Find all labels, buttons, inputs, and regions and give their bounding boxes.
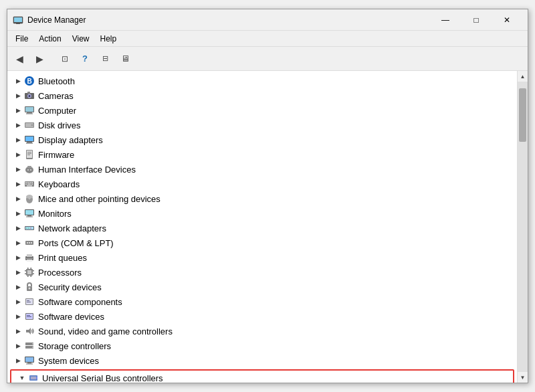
label-mice: Mice and other pointing devices bbox=[38, 194, 160, 204]
tree-item-disk-drives[interactable]: ▶ Disk drives bbox=[7, 118, 517, 132]
help-button[interactable]: ? bbox=[76, 50, 94, 68]
scrollbar[interactable]: ▲ ▼ bbox=[517, 71, 528, 383]
menu-file[interactable]: File bbox=[10, 33, 33, 45]
chevron-storage: ▶ bbox=[13, 340, 23, 351]
properties-button[interactable]: ⊡ bbox=[56, 50, 74, 68]
tree-item-keyboards[interactable]: ▶ Keyboards bbox=[7, 177, 517, 191]
menu-view[interactable]: View bbox=[67, 33, 95, 45]
icon-cameras bbox=[23, 90, 35, 101]
svg-rect-77 bbox=[27, 316, 31, 317]
svg-rect-51 bbox=[27, 242, 28, 243]
label-cameras: Cameras bbox=[38, 91, 74, 101]
svg-rect-85 bbox=[27, 363, 31, 364]
label-processors: Processors bbox=[38, 268, 82, 278]
chevron-network: ▶ bbox=[13, 223, 23, 233]
svg-rect-42 bbox=[25, 210, 33, 215]
label-usb: Universal Serial Bus controllers bbox=[42, 373, 163, 383]
tree-item-software-devices[interactable]: ▶ Software devices bbox=[7, 309, 517, 324]
svg-point-47 bbox=[26, 227, 27, 229]
svg-rect-33 bbox=[31, 182, 33, 183]
svg-rect-17 bbox=[25, 136, 33, 141]
tree-item-computer[interactable]: ▶ Computer bbox=[7, 103, 517, 118]
label-monitors: Monitors bbox=[38, 209, 72, 219]
label-sound: Sound, video and game controllers bbox=[38, 326, 173, 336]
svg-point-28 bbox=[30, 169, 31, 171]
icon-firmware bbox=[23, 149, 35, 160]
tree-item-print-queues[interactable]: ▶ Print queues bbox=[7, 250, 517, 265]
label-print-queues: Print queues bbox=[38, 253, 87, 263]
svg-point-27 bbox=[27, 169, 29, 171]
tree-item-sound[interactable]: ▶ Sound, video and game controllers bbox=[7, 324, 517, 338]
tree-item-cameras[interactable]: ▶ Cameras bbox=[7, 88, 517, 103]
tree-item-firmware[interactable]: ▶ Firmware bbox=[7, 147, 517, 162]
update-button[interactable]: ⊟ bbox=[96, 50, 114, 68]
scroll-thumb[interactable] bbox=[519, 88, 526, 142]
svg-rect-62 bbox=[27, 276, 29, 277]
tree-item-system[interactable]: ▶ System devices bbox=[7, 353, 517, 368]
tree-item-display-adapters[interactable]: ▶ Display adapters bbox=[7, 132, 517, 147]
tree-item-usb[interactable]: ▼ Universal Serial Bus controllers bbox=[11, 371, 513, 383]
chevron-mice: ▶ bbox=[13, 193, 23, 204]
svg-rect-32 bbox=[29, 182, 31, 183]
label-disk-drives: Disk drives bbox=[38, 120, 81, 130]
tree-view[interactable]: ▶ B Bluetooth ▶ Cameras ▶ Computer bbox=[7, 71, 517, 383]
close-button[interactable]: ✕ bbox=[492, 9, 522, 31]
label-bluetooth: Bluetooth bbox=[38, 76, 75, 86]
label-computer: Computer bbox=[38, 106, 76, 116]
svg-rect-31 bbox=[27, 182, 29, 183]
svg-point-7 bbox=[29, 95, 31, 97]
tree-item-bluetooth[interactable]: ▶ B Bluetooth bbox=[7, 74, 517, 88]
usb-highlighted-section: ▼ Universal Serial Bus controllers Intel… bbox=[10, 369, 514, 383]
svg-rect-36 bbox=[31, 184, 33, 185]
svg-rect-35 bbox=[27, 184, 31, 185]
tree-item-storage[interactable]: ▶ Storage controllers bbox=[7, 338, 517, 353]
icon-disk-drives bbox=[23, 120, 35, 130]
chevron-ports: ▶ bbox=[13, 237, 23, 248]
svg-point-15 bbox=[31, 124, 33, 126]
svg-rect-53 bbox=[31, 242, 32, 243]
device-manager-window: Device Manager — □ ✕ File Action View He… bbox=[7, 9, 528, 383]
icon-software-devices bbox=[23, 311, 35, 322]
scroll-down-arrow[interactable]: ▼ bbox=[518, 372, 528, 383]
minimize-button[interactable]: — bbox=[430, 9, 461, 31]
svg-rect-30 bbox=[25, 182, 27, 183]
svg-rect-65 bbox=[25, 274, 26, 275]
tree-item-security[interactable]: ▶ Security devices bbox=[7, 280, 517, 294]
icon-hid bbox=[23, 164, 35, 175]
chevron-cameras: ▶ bbox=[13, 90, 23, 101]
tree-item-network[interactable]: ▶ Network adapters bbox=[7, 221, 517, 235]
app-icon bbox=[13, 15, 23, 25]
label-display-adapters: Display adapters bbox=[38, 135, 103, 145]
tree-item-monitors[interactable]: ▶ Monitors bbox=[7, 206, 517, 221]
tree-item-hid[interactable]: ▶ Human Interface Devices bbox=[7, 162, 517, 177]
menu-action[interactable]: Action bbox=[33, 33, 66, 45]
label-hid: Human Interface Devices bbox=[38, 165, 136, 175]
monitor-button[interactable]: 🖥 bbox=[116, 50, 134, 68]
svg-point-82 bbox=[32, 347, 33, 348]
chevron-security: ▶ bbox=[13, 282, 23, 292]
forward-button[interactable]: ▶ bbox=[30, 50, 49, 68]
icon-processors bbox=[23, 267, 35, 278]
icon-sound bbox=[23, 326, 35, 336]
label-software-devices: Software devices bbox=[38, 312, 104, 322]
svg-rect-24 bbox=[27, 155, 30, 155]
svg-rect-10 bbox=[25, 107, 33, 112]
scroll-track[interactable] bbox=[518, 82, 528, 372]
menu-help[interactable]: Help bbox=[95, 33, 122, 45]
svg-rect-59 bbox=[27, 270, 31, 274]
chevron-computer: ▶ bbox=[13, 105, 23, 116]
icon-bluetooth: B bbox=[23, 76, 35, 86]
tree-item-software-components[interactable]: ▶ Software components bbox=[7, 294, 517, 309]
chevron-software-components: ▶ bbox=[13, 296, 23, 307]
title-bar: Device Manager — □ ✕ bbox=[7, 9, 528, 31]
back-button[interactable]: ◀ bbox=[10, 50, 29, 68]
maximize-button[interactable]: □ bbox=[461, 9, 492, 31]
icon-system bbox=[23, 355, 35, 366]
svg-rect-86 bbox=[26, 364, 33, 365]
tree-item-ports[interactable]: ▶ Ports (COM & LPT) bbox=[7, 235, 517, 250]
svg-point-89 bbox=[36, 377, 37, 379]
scroll-up-arrow[interactable]: ▲ bbox=[518, 71, 528, 82]
tree-item-processors[interactable]: ▶ Processors bbox=[7, 265, 517, 280]
tree-item-mice[interactable]: ▶ Mice and other pointing devices bbox=[7, 191, 517, 206]
svg-rect-88 bbox=[31, 377, 36, 379]
